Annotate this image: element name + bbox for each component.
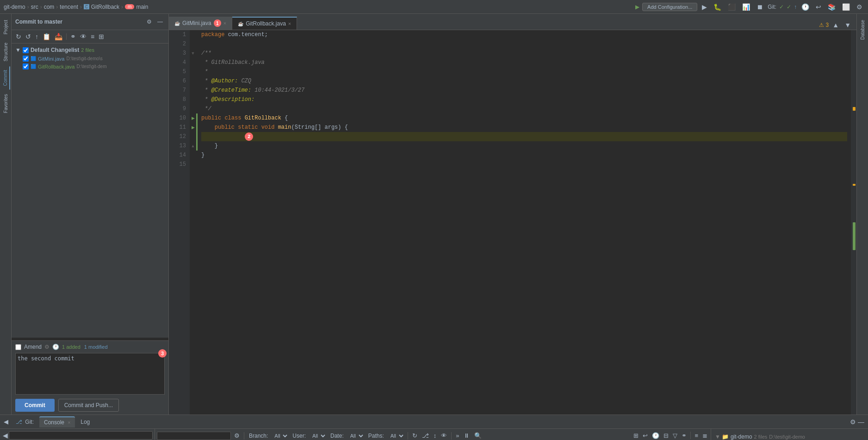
- user-filter-select[interactable]: All: [310, 432, 327, 440]
- log-expand2-button[interactable]: ≣: [701, 432, 709, 440]
- commit-badge-3: 3: [158, 349, 167, 358]
- group-button[interactable]: ⊞: [97, 32, 105, 41]
- sidebar-item-commit[interactable]: Commit: [1, 66, 10, 89]
- commit-button[interactable]: Commit: [15, 399, 55, 412]
- log-search-input[interactable]: [157, 432, 231, 440]
- commit-close-button[interactable]: —: [155, 18, 165, 26]
- sort-button[interactable]: ≡: [89, 32, 96, 41]
- detail-repo-item[interactable]: ▼ 📁 git-demo 2 files D:\test\git-demo: [715, 433, 864, 440]
- bottom-panel: ◀ ⎇ Git: Console × Log ⚙ — ◀ ▶ 🗂: [0, 415, 868, 440]
- log-clock-button[interactable]: 🕐: [651, 432, 661, 440]
- code-editor[interactable]: 1 2 3 4 5 6 7 8 9 10 11 12 13 14 15 ▼: [169, 30, 856, 415]
- bottom-expand-icon[interactable]: ◀: [4, 418, 8, 425]
- log-filter-button[interactable]: ▽: [671, 432, 679, 440]
- file-checkbox-gitminijava[interactable]: [23, 56, 29, 62]
- git-settings-button[interactable]: ⚙: [855, 2, 864, 12]
- paths-filter-select[interactable]: All: [388, 432, 405, 440]
- breadcrumb-com[interactable]: com: [44, 4, 55, 10]
- unstash-button[interactable]: 📥: [53, 32, 64, 41]
- sidebar-item-favorites[interactable]: Favorites: [2, 90, 10, 117]
- tab-close-gitminijava[interactable]: ×: [223, 20, 226, 26]
- amend-history-icon[interactable]: 🕐: [52, 344, 59, 350]
- amend-settings-icon[interactable]: ⚙: [44, 344, 50, 350]
- gutter-arrow-10[interactable]: ▶: [192, 116, 195, 120]
- file-checkbox-gitrollbackjava[interactable]: [23, 63, 29, 69]
- git-history-button[interactable]: 🕐: [800, 2, 811, 12]
- breadcrumb-gitrollback[interactable]: GitRollback: [91, 4, 119, 10]
- add-configuration-button[interactable]: Add Configuration...: [642, 3, 697, 11]
- log-sort-button[interactable]: ↕: [432, 432, 438, 440]
- log-pause-button[interactable]: ⏸: [462, 432, 471, 440]
- editor-scroll-down[interactable]: ▼: [843, 20, 853, 30]
- tab-gitminijava[interactable]: ☕ GitMini.java 1 ×: [169, 17, 232, 30]
- commit-message-input[interactable]: the second commit: [15, 353, 165, 395]
- update-button[interactable]: ↑: [34, 32, 40, 41]
- revert-button[interactable]: ↺: [24, 32, 32, 41]
- bottom-minimize-button[interactable]: —: [858, 418, 864, 426]
- gutter-10: ▶: [190, 113, 196, 123]
- branch-collapse-button[interactable]: ◀: [2, 431, 9, 440]
- line-num-10: 10: [169, 113, 190, 123]
- coverage-button[interactable]: ⬛: [726, 2, 738, 12]
- gutter-fold-13[interactable]: ▲: [191, 144, 195, 148]
- sidebar-item-project[interactable]: Project: [2, 16, 10, 38]
- code-line-15: [201, 160, 847, 169]
- log-collapse-button[interactable]: ≡: [693, 432, 700, 440]
- amend-checkbox[interactable]: [15, 344, 21, 350]
- console-tab-label: Console: [44, 419, 64, 426]
- log-expand-button[interactable]: ⊞: [632, 432, 640, 440]
- log-search-button[interactable]: 🔍: [473, 432, 483, 440]
- stop-button[interactable]: ⏹: [755, 2, 765, 12]
- branch-search-input[interactable]: [9, 431, 153, 440]
- breadcrumb-git-demo[interactable]: git-demo: [4, 4, 25, 10]
- line-numbers: 1 2 3 4 5 6 7 8 9 10 11 12 13 14 15: [169, 30, 190, 415]
- gutter-fold-3[interactable]: ▼: [191, 51, 195, 56]
- editor-scroll-up[interactable]: ▲: [831, 20, 841, 30]
- log-undo-button[interactable]: ↩: [641, 432, 649, 440]
- commit-settings-button[interactable]: ⚙: [145, 18, 154, 26]
- shelf-button[interactable]: 📋: [41, 32, 52, 41]
- commit-and-push-button[interactable]: Commit and Push...: [58, 399, 119, 412]
- git-shelf-button[interactable]: 📚: [826, 2, 837, 12]
- view-button[interactable]: 👁: [79, 32, 88, 41]
- tab-close-gitrollbackjava[interactable]: ×: [288, 21, 291, 26]
- bottom-settings-button[interactable]: ⚙: [850, 418, 856, 426]
- profile-button[interactable]: 📊: [740, 2, 752, 12]
- refresh-button[interactable]: ↻: [14, 32, 23, 41]
- bottom-tab-console[interactable]: Console ×: [39, 416, 75, 427]
- log-refresh-button[interactable]: ↻: [411, 432, 419, 440]
- file-item-gitrollbackjava[interactable]: 🟦 GitRollback.java D:\test\git-dem: [12, 63, 168, 70]
- breadcrumb-src[interactable]: src: [31, 4, 38, 10]
- log-settings-button[interactable]: ⚙: [233, 432, 241, 440]
- bottom-tab-log[interactable]: Log: [76, 417, 94, 427]
- bottom-tab-git[interactable]: ⎇ Git:: [11, 417, 38, 427]
- branch-filter-select[interactable]: All: [272, 432, 289, 440]
- console-tab-close[interactable]: ×: [68, 420, 70, 425]
- changelist-header[interactable]: ▼ Default Changelist 2 files: [12, 45, 168, 55]
- log-diff-button[interactable]: ⚭: [680, 432, 688, 440]
- editor-scrollbar[interactable]: [851, 30, 856, 415]
- log-more-button[interactable]: »: [454, 432, 460, 440]
- log-eye-button[interactable]: 👁: [440, 432, 448, 440]
- log-graph-button[interactable]: ⎇: [421, 432, 430, 440]
- detail-repo-expand[interactable]: ▼: [715, 434, 720, 440]
- line-num-5: 5: [169, 67, 190, 76]
- breadcrumb-tencent[interactable]: tencent: [60, 4, 78, 10]
- gutter-arrow-11[interactable]: ▶: [192, 125, 195, 130]
- run-button[interactable]: ▶: [700, 2, 709, 12]
- git-copy-button[interactable]: ⬜: [840, 2, 852, 12]
- code-lines[interactable]: package com.tencent; /** * GitRollback.j…: [198, 30, 851, 415]
- log-grid-button[interactable]: ⊟: [662, 432, 670, 440]
- date-filter-select[interactable]: All: [347, 432, 365, 440]
- debug-button[interactable]: 🐛: [712, 2, 723, 12]
- sidebar-item-structure[interactable]: Structure: [2, 39, 10, 65]
- file-item-gitminijava[interactable]: 🟦 GitMini.java D:\test\git-demo\s: [12, 55, 168, 63]
- amend-row: Amend ⚙ 🕐 1 added 1 modified: [15, 344, 165, 350]
- diff-button[interactable]: ⚭: [69, 32, 77, 41]
- git-rollback-button[interactable]: ↩: [814, 2, 823, 12]
- changelist-checkbox[interactable]: [23, 47, 29, 53]
- sidebar-item-database[interactable]: Database: [859, 16, 867, 44]
- breadcrumb-main[interactable]: main: [136, 4, 148, 10]
- code-line-8: * @Description:: [201, 95, 847, 104]
- tab-gitrollbackjava[interactable]: ☕ GitRollback.java ×: [232, 17, 297, 30]
